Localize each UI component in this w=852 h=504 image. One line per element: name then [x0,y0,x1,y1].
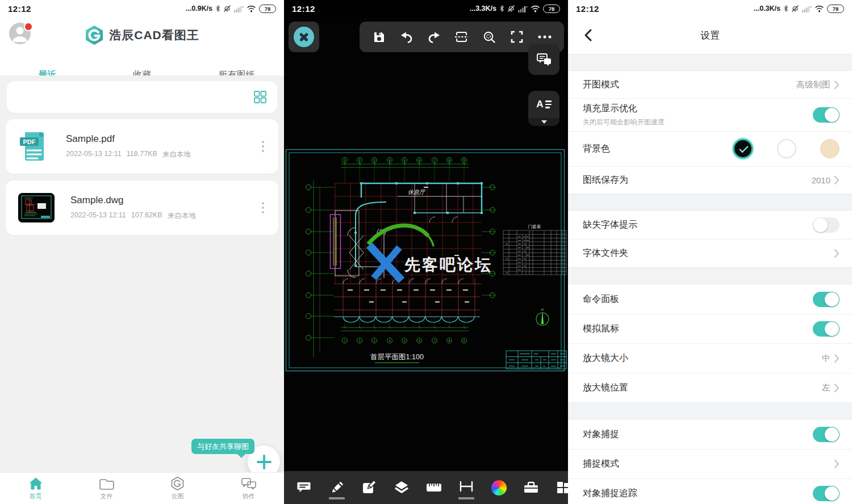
svg-text:5: 5 [404,339,406,342]
battery-icon: 78 [827,5,844,13]
bg-color-white-option[interactable] [777,139,796,158]
file-meta: 2022-05-13 12:11 118.77KB 来自本地 [66,150,256,159]
color-wheel-icon [491,480,507,495]
nav-home[interactable]: 首页 [0,473,71,504]
file-row-dwg[interactable]: Sample.dwg 2022-05-13 12:11 107.62KB 来自本… [6,180,278,235]
settings-row-command-panel[interactable]: 命令面板 [568,284,852,314]
toolbox-button[interactable] [523,478,539,497]
settings-row-magnifier-position[interactable]: 放大镜位置 左 [568,373,852,402]
chevron-right-icon [834,80,840,90]
dropdown-arrow-icon[interactable] [528,118,559,126]
status-bar: 12:12 ...0.3K/s 78 [568,0,852,17]
settings-row-object-snap-tracking[interactable]: 对象捕捉追踪 [568,478,852,504]
settings-header: 设置 [568,17,852,54]
chat-bubbles-icon [241,477,257,490]
back-button[interactable] [578,24,599,47]
back-arrow-icon [582,28,595,42]
undo-button[interactable] [397,27,416,47]
folder-icon [99,477,114,490]
settings-row-simulate-mouse[interactable]: 模拟鼠标 [568,314,852,343]
zoom-search-button[interactable] [480,27,499,47]
share-tooltip: 与好友共享聊图 [191,439,254,454]
settings-row-font-folder[interactable]: 字体文件夹 [568,239,852,267]
home-header: 浩辰CAD看图王 最近 收藏 所有图纸 [0,17,284,75]
chevron-right-icon [834,175,840,185]
file-menu-button[interactable] [256,196,270,219]
fullscreen-button[interactable] [507,27,527,47]
ruler-tool-button[interactable] [426,478,442,497]
bluetooth-icon [215,5,220,12]
dimension-tool-button[interactable] [458,478,474,497]
section-view-button[interactable] [452,27,471,47]
svg-text:8: 8 [449,159,450,162]
settings-row-snap-mode[interactable]: 捕捉模式 [568,449,852,478]
layers-tool-button[interactable] [394,478,410,497]
nav-cloud[interactable]: 云图 [142,473,213,504]
color-tool-button[interactable] [491,478,507,497]
pdf-file-icon: PDF [18,130,50,163]
svg-text:7: 7 [434,339,436,342]
svg-text:PDF: PDF [23,138,36,145]
settings-row-open-mode[interactable]: 开图模式 高级制图 [568,71,852,98]
simulate-mouse-toggle[interactable] [813,321,840,337]
group-divider [568,54,852,71]
markup-tool-button[interactable] [361,478,377,497]
row-value: 左 [822,383,830,393]
nav-files[interactable]: 文件 [71,473,142,504]
signal-icon [234,5,244,12]
redo-button[interactable] [424,27,444,47]
cad-canvas[interactable]: 123456789 [284,17,568,471]
close-drawing-button[interactable] [289,22,319,52]
viewer-bottom-toolbar [284,471,568,504]
file-menu-button[interactable] [256,135,270,158]
svg-text:4: 4 [389,159,391,162]
svg-text:6: 6 [419,339,420,342]
settings-row-object-snap[interactable]: 对象捕捉 [568,419,852,449]
svg-text:4: 4 [389,339,391,342]
svg-text:3: 3 [374,159,375,162]
file-row-pdf[interactable]: PDF Sample.pdf 2022-05-13 12:11 118.77KB… [6,119,278,174]
settings-list: 开图模式 高级制图 填充显示优化 关闭后可能会影响开图速度 背景色 [568,54,852,504]
dwg-thumbnail [18,193,55,222]
nav-collaboration[interactable]: 协作 [213,473,284,504]
missing-font-toggle[interactable] [813,217,840,233]
settings-row-fill-optimization[interactable]: 填充显示优化 关闭后可能会影响开图速度 [568,98,852,131]
settings-row-background-color: 背景色 [568,131,852,166]
save-button[interactable] [369,27,389,47]
mute-icon [223,5,231,12]
page-title: 设置 [568,29,852,42]
file-date: 2022-05-13 12:11 [66,150,122,159]
settings-row-magnifier-size[interactable]: 放大镜大小 中 [568,343,852,373]
status-bar: 12:12 ...0.9K/s 78 [0,0,284,17]
object-snap-tracking-toggle[interactable] [813,486,840,501]
fill-optimization-toggle[interactable] [813,107,840,123]
status-time: 12:12 [8,4,31,14]
mute-icon [791,5,799,12]
chevron-right-icon [834,383,840,393]
drawing-caption: 首层平面图1:100 [370,353,424,361]
settings-row-save-as[interactable]: 图纸保存为 2010 [568,166,852,194]
wifi-icon [815,5,824,12]
file-name: Sample.dwg [70,195,256,206]
object-snap-toggle[interactable] [813,427,840,442]
settings-row-missing-font[interactable]: 缺失字体提示 [568,211,852,239]
layout-tool-button[interactable] [556,478,568,497]
row-value: 2010 [812,175,830,185]
text-style-button[interactable]: A [528,91,559,126]
file-name: Sample.pdf [66,133,256,145]
svg-text:9: 9 [463,339,465,342]
bg-color-beige-option[interactable] [820,139,840,158]
comments-button[interactable] [528,44,559,75]
group-divider [568,402,852,419]
bg-color-black-option[interactable] [733,138,753,159]
pencil-tool-button[interactable] [329,478,345,497]
command-panel-toggle[interactable] [813,292,840,307]
group-divider [568,194,852,211]
row-value: 中 [822,353,830,364]
file-size: 107.62KB [131,211,162,221]
comment-tool-button[interactable] [296,478,312,497]
viewer-panel: 12:12 ...3.3K/s 78 [284,0,568,504]
battery-icon: 78 [259,5,276,13]
search-bar[interactable] [7,81,277,113]
grid-view-icon[interactable] [253,90,267,104]
